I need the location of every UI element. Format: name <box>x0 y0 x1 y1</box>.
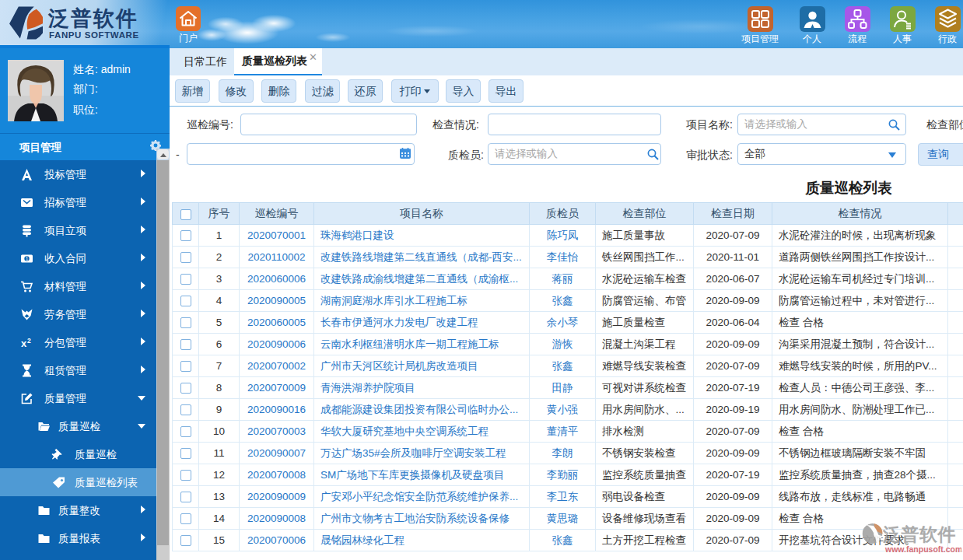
svg-text:泛普软件: 泛普软件 <box>882 524 956 544</box>
svg-text:1: 1 <box>26 256 29 261</box>
svg-text:x: x <box>21 338 27 349</box>
svg-text:www.fanpusoft.com: www.fanpusoft.com <box>884 544 961 554</box>
svg-text:2: 2 <box>27 337 31 345</box>
